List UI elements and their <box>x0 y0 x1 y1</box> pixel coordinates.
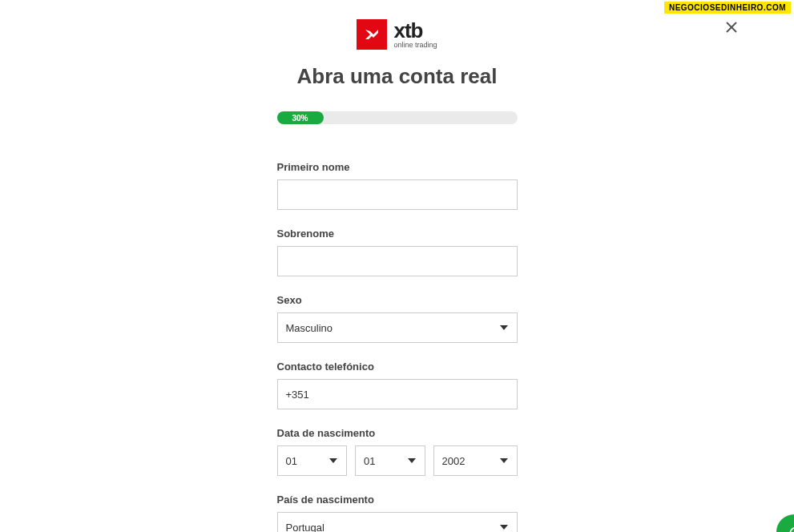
progress-percent: 30% <box>292 114 308 123</box>
first-name-label: Primeiro nome <box>277 161 518 173</box>
page-title: Abra uma conta real <box>213 64 582 89</box>
close-icon <box>725 21 738 34</box>
last-name-label: Sobrenome <box>277 228 518 240</box>
birth-country-select[interactable]: Portugal <box>277 512 518 532</box>
close-button[interactable] <box>723 19 740 35</box>
progress-bar: 30% <box>277 111 518 124</box>
chat-icon <box>788 526 794 532</box>
birth-year-select[interactable]: 2002 <box>433 445 518 476</box>
birth-date-label: Data de nascimento <box>277 427 518 439</box>
birth-country-label: País de nascimento <box>277 494 518 506</box>
birth-month-select[interactable]: 01 <box>355 445 425 476</box>
birth-day-select[interactable]: 01 <box>277 445 348 476</box>
watermark-badge: NEGOCIOSEDINHEIRO.COM <box>664 2 791 14</box>
progress-fill: 30% <box>277 111 324 124</box>
first-name-input[interactable] <box>277 179 518 210</box>
last-name-input[interactable] <box>277 246 518 276</box>
logo-text-sub: online trading <box>393 42 437 49</box>
phone-input[interactable] <box>277 379 518 409</box>
phone-label: Contacto telefónico <box>277 361 518 373</box>
logo-icon <box>357 19 387 50</box>
chat-button[interactable] <box>776 514 794 532</box>
logo: xtb online trading <box>213 19 582 50</box>
registration-form: Primeiro nome Sobrenome Sexo Masculino C… <box>277 161 518 532</box>
logo-text-main: xtb <box>393 20 437 41</box>
gender-label: Sexo <box>277 294 518 306</box>
gender-select[interactable]: Masculino <box>277 312 518 343</box>
